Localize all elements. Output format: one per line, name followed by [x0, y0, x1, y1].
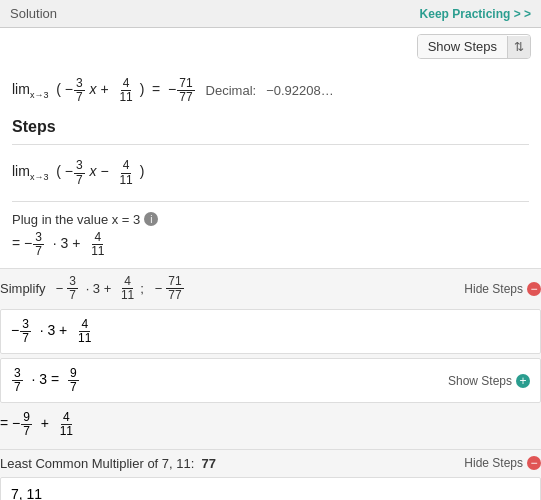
main-formula-line: limx→3 ( −37 x + 411 ) = −7177 Decimal: … — [12, 73, 529, 112]
hide-steps-icon: − — [527, 282, 541, 296]
limit-repeat-formula: limx→3 ( −37 x − 411 ) — [12, 155, 529, 190]
sub-step-formula-1: −37 · 3 + 411 — [11, 318, 94, 345]
steps-heading: Steps — [12, 112, 529, 140]
plug-in-text: Plug in the value x = 3 i — [12, 212, 529, 227]
hide-steps-icon-lcm: − — [527, 456, 541, 470]
lcm-value: 77 — [202, 456, 216, 471]
hide-steps-button-lcm[interactable]: Hide Steps − — [464, 456, 541, 470]
main-content: limx→3 ( −37 x + 411 ) = −7177 Decimal: … — [0, 65, 541, 268]
simplify-section: Simplify −37 · 3 + 411; −7177 Hide Steps… — [0, 268, 541, 449]
divider-2 — [12, 201, 529, 202]
lcm-content-box: 7, 11 — [0, 477, 541, 500]
limit-formula: limx→3 ( −37 x + 411 ) = −7177 — [12, 77, 196, 104]
show-steps-label: Show Steps — [418, 35, 507, 58]
simplify-title: Simplify −37 · 3 + 411; −7177 — [0, 275, 185, 302]
lcm-title: Least Common Multiplier of 7, 11: 77 — [0, 456, 216, 471]
sub-step-row-2: 37 · 3 = 97 Show Steps + — [11, 367, 530, 394]
show-steps-button[interactable]: Show Steps ⇅ — [417, 34, 531, 59]
solution-title: Solution — [10, 6, 57, 21]
simplify-inner-box-2: 37 · 3 = 97 Show Steps + — [0, 358, 541, 403]
sub-step-formula-2: 37 · 3 = 97 — [11, 367, 80, 394]
simplify-inner-box-1: −37 · 3 + 411 — [0, 309, 541, 354]
lcm-header: Least Common Multiplier of 7, 11: 77 Hid… — [0, 456, 541, 471]
simplify-result: = −97 + 411 — [0, 407, 541, 442]
divider-1 — [12, 144, 529, 145]
hide-steps-button-simplify[interactable]: Hide Steps − — [464, 282, 541, 296]
show-steps-icon-sub: + — [516, 374, 530, 388]
step-limit-formula: limx→3 ( −37 x − 411 ) — [12, 149, 529, 196]
plug-in-formula: = −37 · 3 + 411 — [12, 227, 529, 262]
decimal-label: Decimal: — [206, 83, 257, 98]
show-steps-button-sub[interactable]: Show Steps + — [448, 374, 530, 388]
page-wrapper: Solution Keep Practicing > Show Steps ⇅ … — [0, 0, 541, 500]
lcm-content-text: 7, 11 — [11, 486, 42, 500]
keep-practicing-link[interactable]: Keep Practicing > — [420, 7, 531, 21]
decimal-value: −0.92208… — [266, 83, 334, 98]
show-steps-arrow-icon: ⇅ — [507, 36, 530, 58]
plug-in-step: Plug in the value x = 3 i = −37 · 3 + 41… — [12, 206, 529, 268]
sub-step-row-1: −37 · 3 + 411 — [11, 318, 530, 345]
header: Solution Keep Practicing > — [0, 0, 541, 28]
show-steps-bar: Show Steps ⇅ — [0, 28, 541, 65]
lcm-section: Least Common Multiplier of 7, 11: 77 Hid… — [0, 449, 541, 500]
info-icon[interactable]: i — [144, 212, 158, 226]
simplify-header: Simplify −37 · 3 + 411; −7177 Hide Steps… — [0, 275, 541, 302]
